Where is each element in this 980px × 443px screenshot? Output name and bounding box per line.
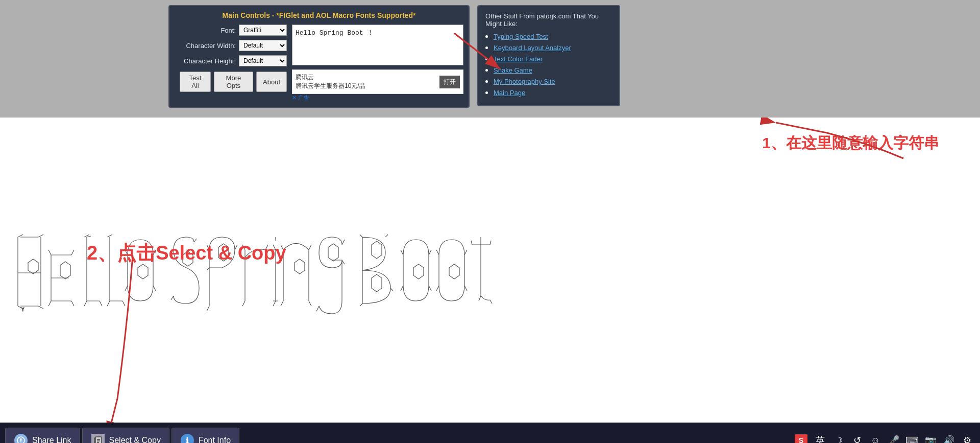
- ad-banner: 腾讯云 腾讯云学生服务器10元/品 打开: [292, 69, 463, 94]
- copy-icon: [91, 433, 105, 443]
- more-opts-button[interactable]: More Opts: [214, 72, 253, 92]
- char-width-label: Character Width:: [175, 42, 236, 50]
- ascii-art-svg: Y: [10, 224, 500, 327]
- ad-text: 腾讯云学生服务器10元/品: [296, 82, 365, 90]
- svg-marker-4: [60, 262, 70, 279]
- svg-marker-9: [328, 244, 338, 261]
- ad-source: 腾讯云: [296, 73, 365, 82]
- font-info-label: Font Info: [199, 436, 231, 443]
- top-area: Main Controls - *FIGlet and AOL Macro Fo…: [0, 0, 980, 118]
- svg-rect-19: [95, 437, 102, 443]
- svg-marker-11: [372, 274, 382, 292]
- char-height-label: Character Height:: [175, 57, 236, 65]
- ascii-art-display: Y: [10, 128, 827, 423]
- svg-text:Y: Y: [21, 307, 24, 312]
- snake-game-link[interactable]: Snake Game: [494, 66, 532, 74]
- svg-marker-2: [28, 259, 38, 274]
- text-color-link[interactable]: Text Color Fader: [494, 55, 543, 63]
- taskbar-icon-camera[interactable]: 📷: [923, 433, 938, 443]
- taskbar-icon-keyboard[interactable]: ⌨: [904, 433, 920, 443]
- about-button[interactable]: About: [256, 72, 287, 92]
- svg-marker-13: [449, 264, 459, 279]
- controls-right: Hello Spring Boot ！ 腾讯云 腾讯云学生服务器10元/品 打开…: [292, 25, 463, 102]
- main-page-link[interactable]: Main Page: [494, 89, 525, 97]
- other-stuff-panel: Other Stuff From patorjk.com That You Mi…: [477, 5, 620, 106]
- test-all-button[interactable]: Test All: [180, 72, 211, 92]
- annotation-1: 1、在这里随意输入字符串: [762, 133, 939, 154]
- other-stuff-list: Typing Speed Test Keyboard Layout Analzy…: [485, 32, 612, 97]
- photography-link[interactable]: My Photography Site: [494, 78, 555, 85]
- text-input[interactable]: Hello Spring Boot ！: [292, 25, 463, 65]
- main-content: Y: [0, 118, 980, 423]
- ad-close[interactable]: ✕ 广告: [292, 94, 463, 102]
- select-copy-label: Select & Copy: [109, 436, 161, 443]
- keyboard-layout-link[interactable]: Keyboard Layout Analzyer: [494, 44, 571, 52]
- list-item: Typing Speed Test: [494, 32, 612, 41]
- select-copy-button[interactable]: Select & Copy: [82, 428, 169, 443]
- font-select[interactable]: Graffiti Standard Banner 3D Block: [239, 25, 287, 36]
- annotation-2: 2、点击Select & Copy: [87, 240, 286, 266]
- list-item: My Photography Site: [494, 77, 612, 86]
- ad-open-button[interactable]: 打开: [439, 76, 460, 88]
- font-label: Font:: [175, 27, 236, 34]
- patorjk-badge: S: [795, 434, 807, 443]
- taskbar-icon-face[interactable]: ☺: [868, 433, 883, 443]
- font-info-button[interactable]: ℹ Font Info: [172, 428, 239, 443]
- char-width-row: Character Width: Default Fitted Full Wid…: [175, 40, 287, 51]
- taskbar-right: S 英 ☽ ↺ ☺ 🎤 ⌨ 📷 🔊 ⚙: [795, 433, 975, 443]
- char-width-select[interactable]: Default Fitted Full Width: [239, 40, 287, 51]
- share-link-button[interactable]: Share Link: [5, 428, 80, 443]
- taskbar-icon-moon[interactable]: ☽: [831, 433, 846, 443]
- ad-content: 腾讯云 腾讯云学生服务器10元/品: [296, 73, 365, 90]
- share-link-label: Share Link: [32, 436, 71, 443]
- bottom-toolbar: Share Link Select & Copy ℹ Font Info S: [0, 423, 980, 443]
- typing-speed-link[interactable]: Typing Speed Test: [494, 33, 548, 40]
- taskbar-icon-mic[interactable]: 🎤: [886, 433, 901, 443]
- char-height-row: Character Height: Default Fitted Full He…: [175, 55, 287, 66]
- main-controls-panel: Main Controls - *FIGlet and AOL Macro Fo…: [168, 5, 470, 108]
- list-item: Keyboard Layout Analzyer: [494, 43, 612, 52]
- taskbar-icon-gear[interactable]: ⚙: [960, 433, 975, 443]
- taskbar-icon-refresh[interactable]: ↺: [849, 433, 865, 443]
- main-controls-title: Main Controls - *FIGlet and AOL Macro Fo…: [175, 11, 463, 19]
- font-row: Font: Graffiti Standard Banner 3D Block: [175, 25, 287, 36]
- svg-marker-10: [372, 241, 382, 259]
- share-icon: [14, 433, 28, 443]
- list-item: Snake Game: [494, 65, 612, 75]
- taskbar-icon-speaker[interactable]: 🔊: [941, 433, 957, 443]
- char-height-select[interactable]: Default Fitted Full Height: [239, 55, 287, 66]
- taskbar-icon-en[interactable]: 英: [813, 433, 828, 443]
- button-row: Test All More Opts About: [175, 72, 287, 92]
- svg-marker-12: [413, 264, 424, 279]
- controls-left: Font: Graffiti Standard Banner 3D Block …: [175, 25, 287, 102]
- other-stuff-title: Other Stuff From patorjk.com That You Mi…: [485, 12, 612, 28]
- list-item: Text Color Fader: [494, 54, 612, 63]
- list-item: Main Page: [494, 88, 612, 97]
- info-icon: ℹ: [180, 433, 194, 443]
- svg-marker-8: [295, 259, 305, 274]
